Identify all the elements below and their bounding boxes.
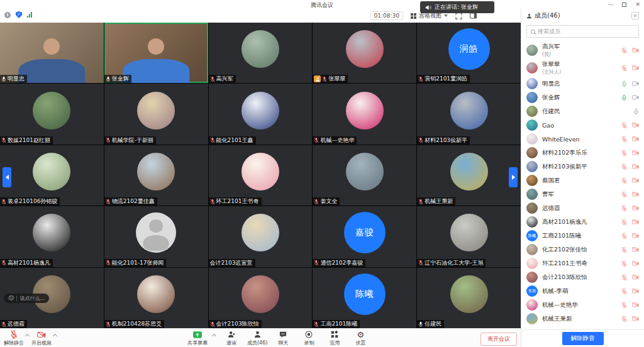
member-row[interactable]: 机械—史艳华: [521, 298, 644, 312]
video-tile[interactable]: 陈曦 工商2101陈曦: [313, 268, 416, 328]
start-video-button[interactable]: 开启视频: [31, 331, 52, 346]
video-options-chevron[interactable]: [53, 333, 57, 338]
member-mic-icon[interactable]: [621, 80, 627, 87]
video-tile[interactable]: 会计2103陈欣怡: [209, 268, 313, 328]
video-tile[interactable]: 装卓210106孙铭骏: [0, 145, 104, 206]
member-camera-icon[interactable]: [632, 192, 639, 197]
video-tile[interactable]: 姜文全: [313, 145, 416, 206]
member-row[interactable]: 迟德霞: [521, 201, 644, 215]
member-mic-icon[interactable]: [621, 177, 627, 184]
panel-collapse-button[interactable]: ≡: [631, 12, 639, 19]
member-row[interactable]: 明显忠: [521, 77, 644, 91]
network-signal-icon[interactable]: [27, 12, 32, 18]
video-tile[interactable]: 机械王秉新: [417, 145, 521, 206]
video-tile[interactable]: 嘉骏 通信2102李嘉骏: [313, 206, 416, 267]
video-tile[interactable]: 明显忠: [0, 23, 104, 83]
video-tile[interactable]: 高兴军: [209, 23, 313, 83]
member-row[interactable]: 材料2102李乐乐: [521, 146, 644, 160]
member-row[interactable]: 任建民: [521, 104, 644, 118]
restore-button[interactable]: [622, 3, 626, 7]
share-screen-button[interactable]: 共享屏幕: [187, 331, 208, 346]
member-row[interactable]: 张翠翠 (主持人): [521, 59, 644, 77]
member-camera-icon[interactable]: [632, 261, 639, 266]
member-mic-icon[interactable]: [621, 150, 627, 157]
quick-chat-pill[interactable]: ☺ 说点什么...: [4, 294, 49, 303]
video-tile[interactable]: 辽宁石油化工大学-王旭: [417, 206, 521, 267]
member-camera-icon[interactable]: [632, 289, 639, 294]
member-mic-icon[interactable]: [633, 108, 639, 115]
mic-options-chevron[interactable]: [25, 333, 30, 338]
member-camera-icon[interactable]: [632, 247, 639, 252]
member-camera-icon[interactable]: [632, 136, 639, 141]
video-tile[interactable]: 张翠翠: [313, 23, 416, 83]
video-tile[interactable]: 润皓 营销2101董润皓: [417, 23, 521, 83]
member-row[interactable]: 高材2101杨逸凡: [521, 215, 644, 229]
member-row[interactable]: WhiteEleven: [521, 132, 644, 146]
settings-button[interactable]: ⚙ 设置: [350, 331, 370, 346]
video-tile[interactable]: 数媒2101赵红丽: [0, 84, 104, 144]
member-camera-icon[interactable]: [632, 206, 639, 211]
member-camera-icon[interactable]: [632, 219, 639, 224]
video-tile[interactable]: 高材2101杨逸凡: [0, 206, 104, 267]
member-mic-icon[interactable]: [621, 65, 627, 72]
video-tile[interactable]: 物流2102董佳鑫: [104, 145, 208, 206]
member-camera-icon[interactable]: [632, 316, 639, 321]
invite-button[interactable]: 邀请: [221, 331, 242, 346]
leave-meeting-button[interactable]: 离开会议: [480, 333, 517, 346]
member-mic-icon[interactable]: [621, 122, 627, 129]
video-tile[interactable]: 会计2103迟宣萱: [209, 206, 313, 267]
member-camera-icon[interactable]: [632, 164, 639, 169]
unmute-button[interactable]: 解除静音: [4, 331, 24, 346]
grid-next-page-button[interactable]: [509, 167, 518, 187]
member-row[interactable]: 蔡国君: [521, 174, 644, 187]
apps-button[interactable]: 应用: [325, 331, 345, 346]
meeting-info-icon[interactable]: i: [4, 12, 11, 18]
member-row[interactable]: 环工2101王书奇: [521, 256, 644, 270]
member-camera-icon[interactable]: [632, 48, 639, 53]
member-search-input[interactable]: [538, 28, 635, 35]
member-mic-icon[interactable]: [621, 288, 627, 295]
member-mic-icon[interactable]: [621, 260, 627, 267]
member-mic-icon[interactable]: [621, 219, 627, 226]
members-button[interactable]: 成员(46): [247, 331, 267, 346]
member-camera-icon[interactable]: [632, 302, 639, 307]
member-row[interactable]: 材料2103侯新平: [521, 160, 644, 174]
member-mic-icon[interactable]: [621, 136, 627, 143]
member-row[interactable]: 陈曦 工商2101陈曦: [521, 229, 644, 243]
member-camera-icon[interactable]: [632, 65, 639, 70]
video-tile[interactable]: 张金辉: [104, 23, 208, 83]
security-shield-icon[interactable]: ✓: [16, 11, 22, 18]
sidebar-unmute-button[interactable]: 解除静音: [562, 332, 604, 345]
record-button[interactable]: 录制: [299, 331, 319, 346]
video-tile[interactable]: 任建民: [417, 268, 521, 328]
member-mic-icon[interactable]: [621, 233, 627, 240]
member-row[interactable]: 高兴军 (我): [521, 41, 644, 59]
video-tile[interactable]: 机制210428苏思爻: [104, 268, 208, 328]
member-row[interactable]: 会计2103陈欣怡: [521, 270, 644, 284]
member-mic-icon[interactable]: [621, 47, 627, 54]
member-row[interactable]: 李萌 机械-李萌: [521, 284, 644, 298]
member-camera-icon[interactable]: [632, 81, 639, 86]
video-tile[interactable]: 机械学院-于新丽: [104, 84, 208, 144]
member-camera-icon[interactable]: [632, 178, 639, 183]
video-tile[interactable]: 能化2101王鑫: [209, 84, 313, 144]
chat-button[interactable]: 聊天: [273, 331, 293, 346]
member-camera-icon[interactable]: [632, 95, 639, 100]
side-panel-toggle-icon[interactable]: [470, 13, 477, 19]
member-camera-icon[interactable]: [632, 123, 639, 128]
member-camera-icon[interactable]: [632, 233, 639, 238]
grid-prev-page-button[interactable]: [3, 167, 11, 187]
fullscreen-icon[interactable]: [455, 13, 462, 19]
close-button[interactable]: ✕: [635, 1, 640, 8]
member-mic-icon[interactable]: [621, 163, 627, 170]
member-camera-icon[interactable]: [632, 275, 639, 280]
video-tile[interactable]: 能化2101-17张师闻: [104, 206, 208, 267]
member-row[interactable]: 曹军: [521, 187, 644, 201]
member-mic-icon[interactable]: [621, 191, 627, 198]
member-mic-icon[interactable]: [621, 302, 627, 309]
member-camera-icon[interactable]: [632, 150, 639, 155]
video-tile[interactable]: 环工2101王书奇: [209, 145, 313, 206]
member-row[interactable]: 机械王秉新: [521, 312, 644, 326]
member-mic-icon[interactable]: [621, 316, 627, 322]
member-mic-icon[interactable]: [621, 274, 627, 281]
